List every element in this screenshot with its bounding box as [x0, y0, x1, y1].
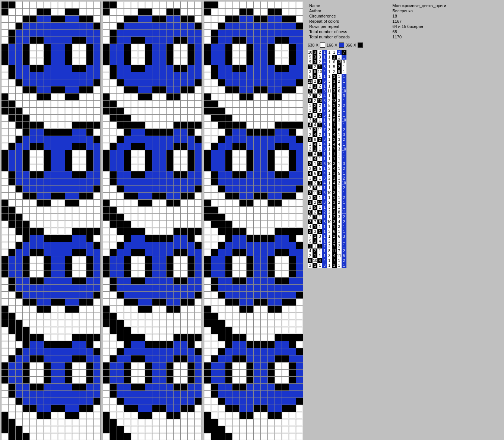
table-cell: 4: [332, 108, 337, 113]
table-cell: 3: [327, 79, 332, 84]
table-row: 14111111: [308, 152, 346, 156]
table-cell: 1: [327, 55, 332, 60]
table-cell: 10: [317, 69, 322, 74]
table-cell: 3: [317, 108, 322, 113]
table-row: 11132112: [308, 176, 346, 181]
table-cell: 1: [313, 215, 317, 219]
table-cell: 1: [322, 166, 327, 171]
table-cell: 2: [337, 200, 342, 205]
table-cell: 1: [322, 55, 327, 60]
table-cell: 1: [327, 50, 332, 55]
table-row: 103211127: [308, 50, 346, 55]
table-cell: 1: [327, 94, 332, 98]
pattern-col-1: [1, 1, 101, 440]
table-cell: 6: [322, 79, 327, 84]
table-cell: 4: [317, 239, 322, 244]
table-row: 21241113: [308, 94, 346, 98]
table-row: 41251121: [308, 113, 346, 118]
table-cell: 1: [317, 205, 322, 210]
table-cell: 4: [322, 171, 327, 176]
table-row: 132363321: [308, 79, 346, 84]
table-cell: 4: [308, 171, 313, 176]
table-cell: 3: [332, 171, 337, 176]
table-cell: 2: [308, 137, 313, 142]
table-cell: 2: [337, 50, 342, 55]
table-cell: 2: [332, 69, 337, 74]
table-cell: 1: [317, 186, 322, 190]
table-cell: 1: [332, 176, 337, 181]
table-cell: 6: [337, 127, 342, 132]
table-cell: 3: [332, 200, 337, 205]
table-cell: 1: [308, 152, 313, 156]
table-cell: 2: [322, 210, 327, 215]
total-rows-value: 65: [391, 29, 500, 34]
table-cell: 4: [313, 142, 317, 147]
table-cell: 1: [327, 142, 332, 147]
table-cell: 1: [327, 186, 332, 190]
table-row: 278310342: [308, 219, 346, 224]
table-cell: 1: [327, 132, 332, 137]
table-cell: 1: [313, 253, 317, 258]
table-cell: 6: [313, 171, 317, 176]
table-cell: 1: [337, 205, 342, 210]
table-cell: 1: [327, 224, 332, 229]
table-cell: 3: [337, 147, 342, 152]
table-cell: 1: [327, 181, 332, 186]
table-cell: 7: [322, 127, 327, 132]
table-cell: 1: [308, 176, 313, 181]
table-cell: 1: [332, 84, 337, 89]
table-cell: 10: [317, 98, 322, 103]
table-cell: 6: [322, 190, 327, 195]
table-cell: 10: [342, 89, 346, 94]
table-cell: 11: [332, 249, 337, 253]
table-cell: 2: [308, 84, 313, 89]
table-cell: 4: [322, 60, 327, 64]
total-rows-label: Total number of rows: [308, 29, 391, 34]
info-row-author: Author Бисеринка: [308, 8, 500, 13]
table-cell: 4: [313, 132, 317, 137]
table-cell: 1: [337, 176, 342, 181]
pattern-area: [1, 1, 303, 440]
table-cell: 2: [342, 103, 346, 108]
table-cell: 1: [327, 113, 332, 118]
table-cell: 4: [313, 123, 317, 127]
table-cell: 3: [337, 98, 342, 103]
table-cell: 1: [332, 239, 337, 244]
row-data-table: 1032111275331111193241613312131521361041…: [308, 50, 346, 268]
table-cell: 3: [308, 200, 313, 205]
table-cell: 3: [337, 118, 342, 123]
table-cell: 2: [308, 253, 313, 258]
table-cell: 1: [327, 152, 332, 156]
table-cell: 3: [337, 224, 342, 229]
table-cell: 3: [322, 98, 327, 103]
table-cell: 6: [322, 161, 327, 166]
table-row: 624221811: [308, 210, 346, 215]
table-row: 46941351: [308, 171, 346, 176]
table-cell: 1: [342, 156, 346, 161]
table-cell: 1: [337, 84, 342, 89]
table-cell: 3: [322, 89, 327, 94]
table-cell: 1: [313, 234, 317, 239]
table-row: 14111111: [308, 156, 346, 161]
table-row: 361041291: [308, 69, 346, 74]
circumference-label: Circumference: [308, 13, 391, 19]
table-cell: 11: [317, 127, 322, 132]
table-cell: 1: [327, 84, 332, 89]
table-cell: 7: [332, 244, 337, 249]
table-cell: 2: [342, 249, 346, 253]
table-cell: 1: [342, 69, 346, 74]
table-cell: 2: [327, 200, 332, 205]
table-row: 12215122: [308, 103, 346, 108]
table-cell: 1: [327, 69, 332, 74]
table-cell: 1: [342, 205, 346, 210]
table-cell: 1: [322, 195, 327, 200]
table-cell: 7: [322, 244, 327, 249]
table-cell: 4: [332, 253, 337, 258]
table-cell: 1: [313, 108, 317, 113]
table-cell: 3: [327, 166, 332, 171]
table-cell: 2: [327, 108, 332, 113]
table-cell: 5: [322, 113, 327, 118]
table-cell: 1: [342, 190, 346, 195]
table-cell: 1: [332, 152, 337, 156]
table-cell: 1: [337, 74, 342, 79]
